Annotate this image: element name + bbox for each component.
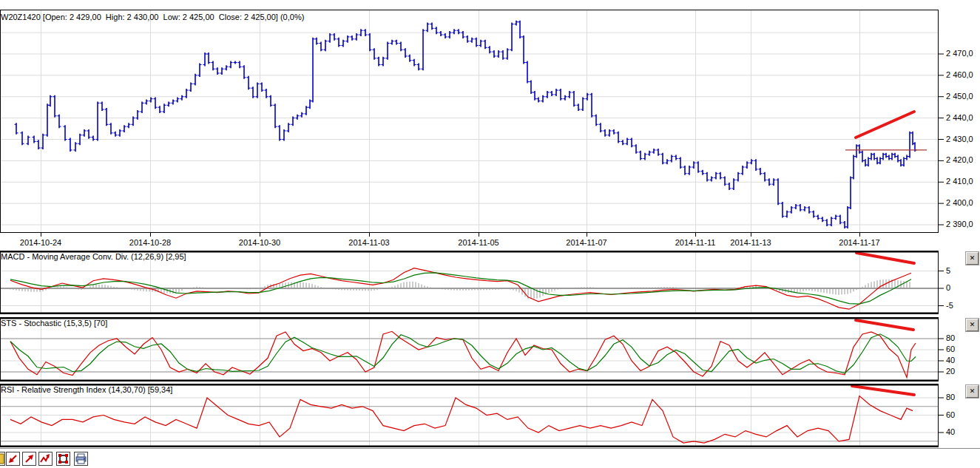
main-axis-label: 2 420,0: [946, 155, 973, 164]
macd-axis-label: -5: [946, 301, 953, 310]
sts-axis-label: 20: [946, 367, 955, 376]
rsi-close-button[interactable]: ✕: [966, 385, 979, 398]
main-axis-label: 2 410,0: [946, 177, 973, 186]
stochastic-panel-label: STS - Stochastic (15,3,5) [70]: [1, 319, 107, 328]
close-icon: ✕: [970, 321, 976, 328]
zigzag-tool-button[interactable]: [38, 452, 53, 466]
stochastic-chart-canvas[interactable]: [0, 317, 939, 381]
drawn-trendline[interactable]: [852, 386, 914, 395]
main-axis-label: 2 430,0: [946, 135, 973, 143]
drawn-trendline[interactable]: [856, 253, 914, 263]
stochastic-panel: [0, 317, 939, 381]
date-tick-label: 2014-11-11: [675, 238, 716, 247]
up-right-arrow-tool-button[interactable]: [22, 452, 36, 466]
main-axis-label: 2 450,0: [946, 92, 973, 101]
drawn-trendline[interactable]: [856, 320, 913, 330]
print-button[interactable]: [74, 452, 88, 466]
macd-axis-label: 0: [946, 283, 950, 292]
rsi-axis-label: 40: [946, 427, 955, 436]
down-left-arrow-tool-button[interactable]: [6, 452, 20, 466]
date-tick-label: 2014-10-24: [20, 238, 61, 247]
date-tick-label: 2014-11-17: [839, 238, 879, 247]
date-tick-label: 2014-11-03: [348, 238, 389, 247]
clipped-tool-button[interactable]: [0, 452, 5, 466]
sts-axis-label: 80: [946, 333, 955, 342]
main-axis-label: 2 470,0: [946, 49, 973, 58]
rsi-axis-label: 60: [946, 410, 955, 419]
stochastic-close-button[interactable]: ✕: [966, 319, 979, 331]
rsi-axis-label: 80: [946, 393, 955, 401]
macd-close-button[interactable]: ✕: [966, 252, 979, 265]
selection-extents-icon: [57, 452, 70, 465]
macd-axis-label: 5: [946, 266, 950, 275]
date-tick-label: 2014-10-30: [239, 238, 280, 247]
clipped-tool-icon: [0, 452, 4, 465]
date-axis: 2014-10-242014-10-282014-10-302014-11-03…: [0, 233, 939, 251]
rsi-panel-label: RSI - Relative Strength Index (14,30,70)…: [1, 385, 172, 394]
date-tick-label: 2014-11-07: [566, 238, 606, 247]
date-tick-label: 2014-10-28: [129, 238, 171, 247]
main-axis-label: 2 440,0: [946, 113, 973, 122]
fit-extents-tool-button[interactable]: [56, 452, 70, 466]
toolbar-separator: [0, 448, 980, 449]
printer-icon: [75, 452, 87, 465]
sts-axis-label: 40: [946, 356, 955, 364]
close-icon: ✕: [970, 254, 976, 262]
macd-panel-label: MACD - Moving Average Conv. Div. (12,26,…: [1, 252, 186, 261]
trading-app-screen: W20Z1420 [Open: 2 429,00 High: 2 430,00 …: [0, 0, 980, 468]
drawn-trendline[interactable]: [856, 112, 914, 138]
main-price-panel: [0, 10, 939, 233]
arrow-up-right-icon: [23, 452, 36, 465]
close-icon: ✕: [970, 387, 976, 395]
rsi-line: [10, 396, 913, 444]
main-axis-label: 2 460,0: [946, 70, 973, 79]
arrow-down-left-icon: [7, 452, 19, 465]
price-chart-canvas[interactable]: [0, 10, 939, 233]
date-tick-label: 2014-11-05: [458, 238, 499, 247]
bottom-toolbar: [0, 450, 980, 468]
date-tick-label: 2014-11-13: [730, 238, 771, 247]
main-axis-label: 2 390,0: [946, 220, 973, 228]
zigzag-arrow-icon: [39, 452, 52, 465]
sts-axis-label: 60: [946, 345, 955, 353]
main-chart-legend: W20Z1420 [Open: 2 429,00 High: 2 430,00 …: [1, 13, 304, 21]
main-axis-label: 2 400,0: [946, 198, 973, 207]
